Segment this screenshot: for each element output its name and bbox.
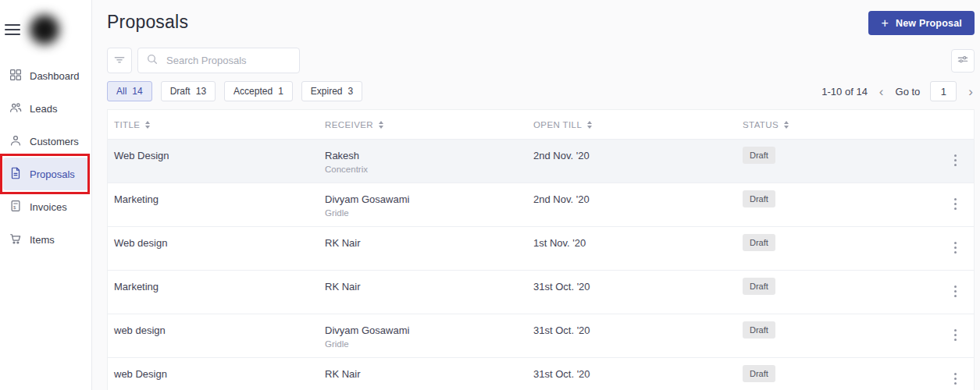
status-badge: Draft	[743, 234, 775, 251]
invoices-icon: $	[9, 199, 23, 215]
pagination: 1-10 of 14 ‹ Go to ›	[821, 81, 975, 101]
proposal-title: web design	[108, 314, 319, 336]
receiver-company: Concentrix	[325, 165, 527, 174]
search-box	[137, 48, 300, 73]
table-row[interactable]: web design Divyam Gosawami Gridle 31st O…	[108, 314, 974, 358]
tab-draft[interactable]: Draft13	[161, 81, 216, 101]
next-page-icon[interactable]: ›	[967, 85, 975, 98]
sort-icon	[379, 121, 383, 129]
table-row[interactable]: web Design RK Nair 31st Oct. '20 Draft	[108, 358, 974, 390]
status-badge: Draft	[743, 365, 775, 382]
status-filter-tabs: All14 Draft13 Accepted1 Expired3	[107, 81, 362, 101]
sort-icon	[784, 121, 789, 129]
proposal-title: Marketing	[108, 271, 319, 292]
open-till-date: 31st Oct. '20	[527, 314, 736, 336]
status-badge: Draft	[743, 190, 775, 207]
sidebar-item-leads[interactable]: Leads	[3, 92, 88, 125]
sidebar-item-label: Dashboard	[30, 70, 80, 82]
sidebar-item-label: Proposals	[30, 168, 75, 180]
sort-icon	[587, 121, 592, 129]
sidebar-item-proposals[interactable]: Proposals	[3, 158, 88, 190]
proposal-title: Web design	[108, 227, 319, 249]
new-proposal-label: New Proposal	[896, 18, 962, 29]
leads-icon	[9, 101, 23, 117]
column-settings-button[interactable]	[951, 49, 975, 73]
sidebar-item-customers[interactable]: Customers	[3, 125, 88, 158]
sidebar-item-items[interactable]: Items	[3, 223, 88, 256]
svg-text:$: $	[13, 205, 16, 210]
dashboard-icon	[9, 68, 23, 84]
proposals-table: TITLE RECEIVER OPEN TILL STATUS Web Desi…	[107, 109, 975, 390]
open-till-date: 2nd Nov. '20	[527, 140, 736, 161]
status-badge: Draft	[743, 147, 775, 164]
new-proposal-button[interactable]: + New Proposal	[868, 11, 975, 35]
receiver-name: RK Nair	[325, 281, 527, 292]
filter-icon	[112, 52, 127, 69]
table-header: TITLE RECEIVER OPEN TILL STATUS	[108, 110, 974, 140]
hamburger-menu-icon[interactable]	[5, 24, 20, 35]
kebab-menu-icon[interactable]	[953, 151, 958, 168]
column-header-receiver[interactable]: RECEIVER	[319, 120, 527, 129]
column-header-title[interactable]: TITLE	[108, 120, 319, 129]
sliders-icon	[956, 52, 970, 69]
kebab-menu-icon[interactable]	[953, 282, 958, 300]
sidebar-nav: Dashboard Leads Customers	[0, 59, 91, 256]
tab-all[interactable]: All14	[107, 81, 152, 101]
search-icon	[146, 53, 159, 69]
plus-icon: +	[881, 17, 889, 30]
receiver-name: Divyam Gosawami	[325, 193, 527, 205]
open-till-date: 31st Oct. '20	[527, 358, 736, 380]
proposal-title: web Design	[108, 358, 319, 380]
proposal-title: Marketing	[108, 183, 319, 205]
filter-button[interactable]	[107, 48, 132, 73]
receiver-name: RK Nair	[325, 237, 527, 249]
column-header-open-till[interactable]: OPEN TILL	[527, 120, 736, 129]
receiver-company: Gridle	[325, 208, 527, 218]
receiver-name: RK Nair	[325, 368, 527, 380]
proposals-icon	[9, 166, 23, 183]
sort-icon	[145, 121, 150, 129]
open-till-date: 31st Oct. '20	[527, 271, 736, 292]
table-row[interactable]: Web Design Rakesh Concentrix 2nd Nov. '2…	[108, 140, 974, 183]
status-badge: Draft	[743, 278, 775, 295]
table-row[interactable]: Marketing RK Nair 31st Oct. '20 Draft	[108, 271, 974, 314]
page-title: Proposals	[107, 12, 188, 33]
app-logo[interactable]	[30, 15, 59, 44]
kebab-menu-icon[interactable]	[953, 195, 958, 212]
goto-label: Go to	[896, 86, 921, 98]
open-till-date: 1st Nov. '20	[527, 227, 736, 249]
search-input[interactable]	[165, 54, 305, 67]
open-till-date: 2nd Nov. '20	[527, 183, 736, 205]
sidebar-item-label: Items	[30, 234, 55, 246]
table-row[interactable]: Web design RK Nair 1st Nov. '20 Draft	[108, 227, 974, 271]
receiver-company: Gridle	[325, 339, 527, 349]
sidebar-item-label: Leads	[30, 103, 57, 115]
proposal-title: Web Design	[108, 140, 319, 161]
kebab-menu-icon[interactable]	[953, 326, 958, 343]
sidebar-item-dashboard[interactable]: Dashboard	[3, 59, 88, 92]
sidebar-header	[0, 0, 91, 50]
receiver-name: Rakesh	[325, 150, 527, 161]
prev-page-icon[interactable]: ‹	[878, 85, 886, 98]
sidebar-item-label: Customers	[30, 136, 79, 147]
customers-icon	[9, 133, 23, 150]
kebab-menu-icon[interactable]	[953, 370, 958, 387]
cart-icon	[9, 232, 23, 248]
table-row[interactable]: Marketing Divyam Gosawami Gridle 2nd Nov…	[108, 183, 974, 227]
kebab-menu-icon[interactable]	[953, 239, 958, 256]
pagination-range: 1-10 of 14	[821, 86, 868, 98]
receiver-name: Divyam Gosawami	[325, 324, 527, 336]
status-badge: Draft	[743, 321, 775, 339]
tab-expired[interactable]: Expired3	[301, 81, 362, 101]
sidebar-item-invoices[interactable]: $ Invoices	[3, 190, 88, 223]
sidebar: Dashboard Leads Customers	[0, 0, 92, 390]
sidebar-item-label: Invoices	[30, 201, 67, 213]
tab-accepted[interactable]: Accepted1	[224, 81, 293, 101]
column-header-status[interactable]: STATUS	[736, 120, 928, 129]
goto-page-input[interactable]	[930, 81, 957, 101]
